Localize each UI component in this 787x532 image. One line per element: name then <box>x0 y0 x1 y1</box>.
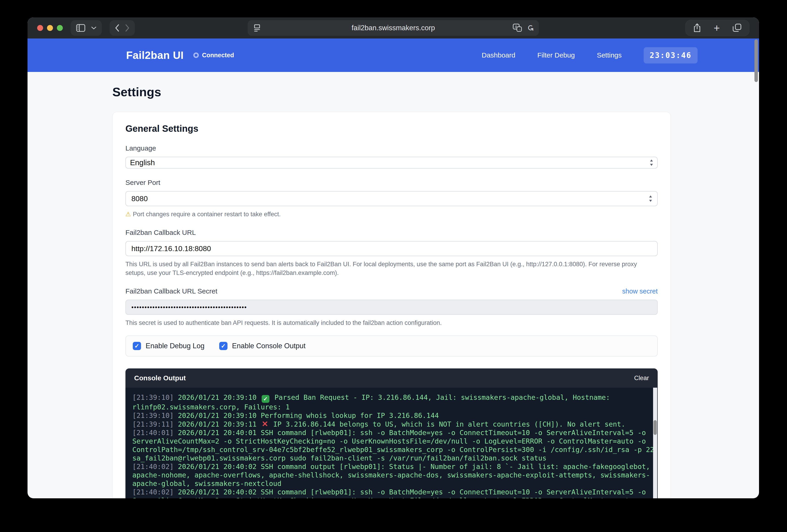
url-text: fail2ban.swissmakers.corp <box>352 24 435 32</box>
console-panel: Console Output Clear [21:39:10] 2026/01/… <box>125 369 658 498</box>
sidebar-chevron-down-icon[interactable] <box>91 26 96 29</box>
console-line: [21:39:11] 2026/01/21 20:39:11 ✕ IP 3.21… <box>132 420 657 428</box>
log-options-box: ✓ Enable Debug Log ✓ Enable Console Outp… <box>125 335 658 356</box>
server-port-label: Server Port <box>125 179 658 186</box>
sidebar-toggle-icon[interactable] <box>76 24 85 32</box>
page-scrollbar-thumb[interactable] <box>754 39 758 82</box>
console-line: [21:40:02] 2026/01/21 20:40:02 SSH comma… <box>132 462 657 488</box>
console-line: [21:40:02] 2026/01/21 20:40:02 SSH comma… <box>132 488 657 498</box>
reader-mode-icon[interactable] <box>254 24 260 32</box>
console-scrollbar-track <box>653 387 657 498</box>
secret-label: Fail2ban Callback URL Secret <box>125 287 217 295</box>
share-icon[interactable] <box>694 23 701 32</box>
server-port-input[interactable] <box>125 191 658 206</box>
language-label: Language <box>125 145 658 152</box>
translate-icon[interactable]: A ☆ <box>513 24 522 32</box>
page-title: Settings <box>112 72 671 99</box>
window-actions-group: + <box>685 20 749 36</box>
console-header: Console Output Clear <box>125 369 658 387</box>
new-tab-icon[interactable]: + <box>714 23 720 33</box>
debug-log-label: Enable Debug Log <box>146 342 205 350</box>
console-scrollbar-thumb[interactable] <box>654 420 657 435</box>
tab-overview-icon[interactable] <box>733 24 741 32</box>
back-icon[interactable] <box>115 24 119 31</box>
check-emoji-icon: ✓ <box>262 395 270 403</box>
console-clear-button[interactable]: Clear <box>634 375 649 382</box>
svg-text:☆: ☆ <box>518 28 521 31</box>
show-secret-link[interactable]: show secret <box>622 288 658 295</box>
browser-toolbar: fail2ban.swissmakers.corp A ☆ ↻ <box>27 17 759 39</box>
header-clock: 23:03:46 <box>644 47 698 64</box>
console-title: Console Output <box>134 374 186 382</box>
console-output-checkbox[interactable]: ✓ <box>219 342 228 350</box>
zoom-window-button[interactable] <box>57 25 63 31</box>
port-stepper-icon[interactable] <box>648 195 653 202</box>
minimize-window-button[interactable] <box>47 25 53 31</box>
connected-dot-icon <box>193 52 199 58</box>
reload-icon[interactable]: ↻ <box>526 24 534 31</box>
callback-url-input[interactable] <box>125 241 658 256</box>
close-window-button[interactable] <box>37 25 43 31</box>
sidebar-button-group <box>71 20 102 36</box>
select-stepper-icon <box>649 159 654 167</box>
nav-filter-debug[interactable]: Filter Debug <box>537 51 575 59</box>
connected-label: Connected <box>202 52 234 59</box>
history-button-group <box>110 20 135 36</box>
connection-status: Connected <box>193 52 234 59</box>
card-heading: General Settings <box>125 124 658 134</box>
port-warning: ⚠Port changes require a container restar… <box>125 210 658 219</box>
console-line: [21:39:10] 2026/01/21 20:39:10 ✓ Parsed … <box>132 393 657 411</box>
enable-console-output-option[interactable]: ✓ Enable Console Output <box>219 342 306 350</box>
nav-settings[interactable]: Settings <box>597 51 622 59</box>
general-settings-card: General Settings Language English Server… <box>112 112 671 498</box>
forward-icon[interactable] <box>125 24 129 31</box>
main-nav: Dashboard Filter Debug Settings 23:03:46 <box>482 47 698 64</box>
address-bar[interactable]: fail2ban.swissmakers.corp A ☆ ↻ <box>248 20 539 36</box>
nav-dashboard[interactable]: Dashboard <box>482 51 515 59</box>
callback-url-help: This URL is used by all Fail2Ban instanc… <box>125 260 658 277</box>
language-value: English <box>130 158 155 167</box>
warning-icon: ⚠ <box>125 211 131 218</box>
language-select[interactable]: English <box>125 157 658 169</box>
debug-log-checkbox[interactable]: ✓ <box>133 342 141 350</box>
traffic-lights <box>37 25 63 31</box>
app-header: Fail2ban UI Connected Dashboard Filter D… <box>27 39 759 72</box>
secret-input[interactable]: ••••••••••••••••••••••••••••••••••••••••… <box>125 300 658 315</box>
browser-window: fail2ban.swissmakers.corp A ☆ ↻ <box>27 17 759 498</box>
secret-help: This secret is used to authenticate ban … <box>125 318 658 327</box>
console-line: [21:40:01] 2026/01/21 20:40:01 SSH comma… <box>132 428 657 462</box>
console-line: [21:39:10] 2026/01/21 20:39:10 Performin… <box>132 411 657 420</box>
cross-emoji-icon: ✕ <box>262 420 268 428</box>
app-brand: Fail2ban UI <box>126 49 184 61</box>
callback-url-label: Fail2ban Callback URL <box>125 229 658 237</box>
console-output-label: Enable Console Output <box>232 342 306 350</box>
enable-debug-log-option[interactable]: ✓ Enable Debug Log <box>133 342 205 350</box>
console-log: [21:39:10] 2026/01/21 20:39:10 ✓ Parsed … <box>125 387 658 498</box>
